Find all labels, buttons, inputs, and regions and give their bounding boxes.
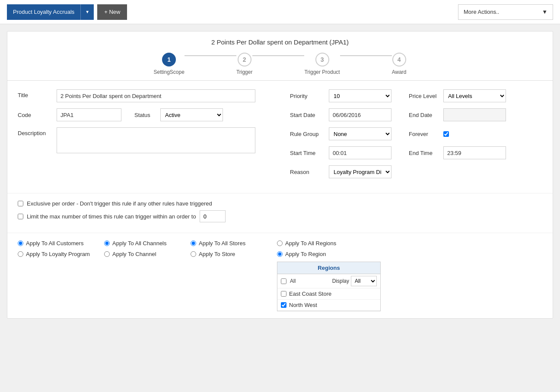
status-select[interactable]: Active Inactive: [160, 108, 223, 121]
wizard-card: 2 Points Per Dollar spent on Department …: [7, 31, 553, 319]
regions-all-display-row: All Display All Selected Unselected: [277, 274, 380, 288]
end-date-input[interactable]: [443, 108, 506, 121]
apply-grid: Apply To All Customers Apply To All Chan…: [18, 240, 542, 257]
step-circle-4: 4: [392, 53, 406, 66]
exclusive-label: Exclusive per order - Don't trigger this…: [27, 200, 212, 207]
code-status-row: Code Status Active Inactive: [18, 108, 273, 121]
end-time-input[interactable]: [443, 146, 506, 159]
region-north-west-label: North West: [289, 302, 317, 308]
main-dropdown-button[interactable]: Product Loyalty Accruals ▼: [7, 4, 94, 20]
regions-display-select[interactable]: All Selected Unselected: [351, 276, 377, 286]
step-label-1: SettingScope: [153, 69, 184, 75]
price-level-label: Price Level: [409, 93, 443, 99]
limit-checkbox[interactable]: [18, 214, 23, 219]
region-item-north-west: North West: [277, 300, 380, 311]
price-level-select[interactable]: All Levels: [443, 89, 506, 102]
regions-all-label: All: [290, 278, 296, 284]
options-section: Exclusive per order - Don't trigger this…: [7, 193, 553, 233]
more-actions-button[interactable]: More Actions.. ▼: [458, 4, 553, 20]
step-connector-3-4: [340, 55, 392, 56]
description-input[interactable]: [57, 127, 255, 153]
region-north-west-checkbox[interactable]: [281, 302, 286, 308]
apply-all-regions-radio[interactable]: [277, 240, 283, 246]
apply-channel-option[interactable]: Apply To Channel: [104, 251, 191, 257]
apply-region-label: Apply To Region: [285, 251, 326, 257]
new-button[interactable]: + New: [97, 4, 127, 20]
apply-all-customers-label: Apply To All Customers: [26, 240, 83, 247]
region-item-east-coast: East Coast Store: [277, 288, 380, 300]
title-label: Title: [18, 89, 57, 98]
apply-all-regions-option[interactable]: Apply To All Regions: [277, 240, 363, 247]
exclusive-option-row: Exclusive per order - Don't trigger this…: [18, 200, 542, 207]
reason-row: Reason Loyalty Program Dis: [290, 165, 542, 178]
end-date-label: End Date: [409, 112, 443, 118]
reason-select[interactable]: Loyalty Program Dis: [329, 165, 391, 178]
code-input[interactable]: [57, 108, 121, 121]
priority-select[interactable]: 10: [329, 89, 391, 102]
apply-all-channels-radio[interactable]: [104, 240, 110, 246]
wizard-step-4[interactable]: 4 Award: [392, 53, 407, 75]
step-circle-2: 2: [238, 53, 251, 66]
apply-all-customers-radio[interactable]: [18, 240, 23, 246]
step-connector-1-2: [185, 55, 236, 56]
apply-all-customers-option[interactable]: Apply To All Customers: [18, 240, 104, 247]
apply-loyalty-program-option[interactable]: Apply To Loyalty Program: [18, 251, 104, 257]
wizard-step-2[interactable]: 2 Trigger: [236, 53, 253, 75]
form-left-column: Title Code Status Active Inactive Descri…: [18, 89, 273, 184]
region-east-coast-checkbox[interactable]: [281, 291, 286, 297]
limit-label: Limit the max number of times this rule …: [27, 213, 196, 220]
apply-all-channels-label: Apply To All Channels: [112, 240, 167, 247]
regions-display-label: Display: [332, 278, 349, 284]
main-button-arrow-icon[interactable]: ▼: [81, 4, 94, 20]
apply-all-stores-radio[interactable]: [191, 240, 196, 246]
wizard-step-3[interactable]: 3 Trigger Product: [304, 53, 340, 75]
status-label: Status: [134, 112, 160, 118]
apply-channel-label: Apply To Channel: [112, 251, 156, 257]
apply-region-radio[interactable]: [277, 251, 283, 257]
step-connector-2-3: [252, 55, 304, 56]
limit-value-input[interactable]: [200, 210, 226, 222]
apply-store-radio[interactable]: [191, 251, 196, 257]
start-time-label: Start Time: [290, 150, 329, 156]
rule-group-label: Rule Group: [290, 131, 329, 137]
toolbar: Product Loyalty Accruals ▼ + New More Ac…: [0, 0, 560, 24]
step-label-3: Trigger Product: [304, 69, 340, 75]
description-label: Description: [18, 127, 57, 136]
exclusive-checkbox[interactable]: [18, 201, 23, 206]
date-row: Start Date End Date: [290, 108, 542, 121]
forever-label: Forever: [409, 131, 443, 137]
start-date-label: Start Date: [290, 112, 329, 118]
wizard-step-1[interactable]: 1 SettingScope: [153, 53, 184, 75]
apply-store-label: Apply To Store: [199, 251, 235, 257]
limit-option-row: Limit the max number of times this rule …: [18, 210, 542, 222]
rule-group-select[interactable]: None: [329, 127, 391, 140]
wizard-steps: 1 SettingScope 2 Trigger 3: [7, 53, 553, 75]
apply-all-channels-option[interactable]: Apply To All Channels: [104, 240, 191, 247]
form-right-column: Priority 10 Price Level All Levels Start…: [273, 89, 542, 184]
regions-panel-container: Regions All Display All Selected Unselec…: [277, 262, 542, 311]
code-label: Code: [18, 112, 57, 118]
apply-region-option[interactable]: Apply To Region: [277, 251, 363, 257]
step-circle-3: 3: [315, 53, 329, 66]
regions-panel-title: Regions: [282, 265, 376, 271]
forever-checkbox[interactable]: [443, 131, 449, 137]
region-east-coast-label: East Coast Store: [289, 291, 331, 297]
apply-all-regions-label: Apply To All Regions: [285, 240, 336, 247]
apply-channel-radio[interactable]: [104, 251, 110, 257]
start-date-input[interactable]: [329, 108, 391, 121]
form-section: Title Code Status Active Inactive Descri…: [7, 81, 553, 193]
apply-store-option[interactable]: Apply To Store: [191, 251, 277, 257]
regions-all-checkbox[interactable]: [281, 278, 286, 284]
end-time-label: End Time: [409, 150, 443, 156]
start-time-input[interactable]: [329, 146, 391, 159]
toolbar-right: More Actions.. ▼: [458, 4, 553, 20]
title-input[interactable]: [57, 89, 255, 102]
apply-loyalty-program-label: Apply To Loyalty Program: [26, 251, 90, 257]
wizard-header: 2 Points Per Dollar spent on Department …: [7, 32, 553, 81]
apply-all-stores-option[interactable]: Apply To All Stores: [191, 240, 277, 247]
more-actions-label: More Actions..: [464, 9, 499, 15]
apply-loyalty-program-radio[interactable]: [18, 251, 23, 257]
description-row: Description: [18, 127, 273, 153]
step-label-4: Award: [392, 69, 407, 75]
more-actions-arrow-icon: ▼: [542, 9, 547, 15]
